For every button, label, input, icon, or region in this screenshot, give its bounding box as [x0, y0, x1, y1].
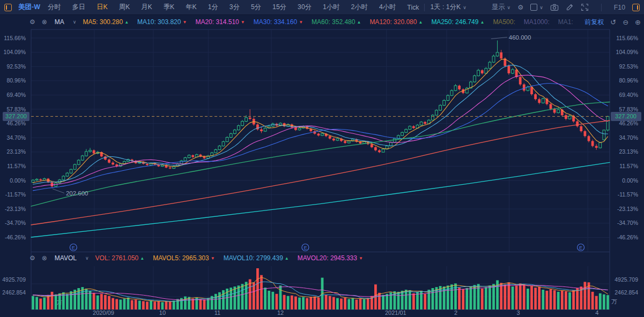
tab-1小时[interactable]: 1小时	[323, 3, 339, 12]
fullscreen-icon[interactable]	[581, 3, 589, 11]
svg-text:115.66%: 115.66%	[4, 35, 26, 41]
indicator-MA1[interactable]: MA1:	[558, 18, 573, 26]
svg-text:23.13%: 23.13%	[6, 148, 26, 155]
tab-分时[interactable]: 分时	[48, 3, 61, 12]
zoom-in-icon[interactable]: ⊕	[635, 18, 641, 26]
indicator-settings-icon[interactable]: ⚙	[29, 254, 35, 262]
panel-toggle-right-icon[interactable]	[632, 4, 640, 11]
gear-icon[interactable]: ⚙	[517, 4, 523, 11]
kline-chart: 115.66%115.66%104.09%104.09%92.53%92.53%…	[0, 0, 644, 317]
indicator-VOL[interactable]: VOL: 2761.050▲	[95, 254, 145, 262]
arrow-up-icon: ▲	[285, 256, 289, 261]
tab-5分[interactable]: 5分	[251, 3, 261, 12]
svg-text:80.96%: 80.96%	[619, 77, 638, 84]
panel-toggle-left-icon[interactable]	[4, 4, 12, 11]
indicator-MA20[interactable]: MA20: 314.510▼	[195, 18, 245, 26]
zoom-out-icon[interactable]: ⊖	[623, 18, 628, 26]
svg-text:0.00%: 0.00%	[10, 177, 26, 184]
indicator-close-icon[interactable]: ⊗	[42, 18, 47, 26]
indicator-name[interactable]: MA	[55, 18, 64, 26]
indicator-MA5[interactable]: MA5: 300.280▲	[83, 18, 129, 26]
tab-3分[interactable]: 3分	[230, 3, 240, 12]
indicator-MA120[interactable]: MA120: 320.080▲	[369, 18, 423, 26]
tab-月K[interactable]: 月K	[141, 3, 152, 12]
svg-text:115.66%: 115.66%	[616, 35, 638, 41]
chart-style-menu[interactable]: ∨	[530, 4, 543, 11]
indicator-MA1000[interactable]: MA1000:	[524, 18, 550, 26]
svg-text:2020/09: 2020/09	[93, 310, 114, 316]
adjust-mode-button[interactable]: 前复权	[584, 18, 604, 27]
indicator-value: MA10: 303.820	[137, 18, 181, 26]
svg-text:104.09%: 104.09%	[4, 49, 26, 55]
stock-symbol[interactable]: 美团-W	[18, 3, 40, 12]
chevron-down-icon: ∨	[463, 5, 467, 10]
indicator-MA500[interactable]: MA500:	[493, 18, 515, 26]
svg-text:-23.13%: -23.13%	[617, 206, 638, 212]
svg-text:-46.26%: -46.26%	[617, 234, 638, 240]
tab-1分[interactable]: 1分	[208, 3, 218, 12]
volume-indicator-row: ⚙ ⊗ MAVOL ∨ VOL: 2761.050▲MAVOL5: 2965.3…	[29, 252, 641, 264]
svg-text:0.00%: 0.00%	[622, 177, 638, 184]
indicator-value: MA250: 246.749	[431, 18, 478, 26]
indicator-MA30[interactable]: MA30: 334.160▼	[254, 18, 303, 26]
svg-text:2462.854: 2462.854	[615, 289, 638, 296]
arrow-up-icon: ▲	[124, 20, 129, 25]
chevron-down-icon: ∨	[507, 5, 511, 10]
toolbar-right-group: 显示∨ ⚙ ∨ F10	[492, 3, 640, 12]
svg-text:4925.709: 4925.709	[615, 276, 638, 283]
svg-text:23.13%: 23.13%	[619, 148, 638, 155]
svg-text:10: 10	[159, 310, 166, 316]
period-tab-list: 分时多日日K周K月K季K年K1分3分5分15分30分1小时2小时4小时Tick	[48, 3, 419, 12]
svg-text:4: 4	[595, 310, 598, 316]
indicator-value: MAVOL5: 2965.303	[153, 254, 209, 262]
chevron-down-icon[interactable]: ∨	[73, 19, 77, 25]
indicator-MAVOL20[interactable]: MAVOL20: 2945.333▼	[298, 254, 363, 262]
camera-icon[interactable]	[550, 3, 559, 12]
indicator-close-icon[interactable]: ⊗	[42, 254, 47, 262]
indicator-value: MA1000:	[524, 18, 550, 26]
multi-period-combo[interactable]: 1天 : 1分K∨	[430, 3, 466, 12]
stock-chart-window: 115.66%115.66%104.09%104.09%92.53%92.53%…	[0, 0, 644, 317]
tab-4小时[interactable]: 4小时	[379, 3, 396, 12]
tab-年K[interactable]: 年K	[186, 3, 197, 12]
tab-日K[interactable]: 日K	[97, 3, 108, 12]
arrow-down-icon: ▼	[359, 256, 363, 261]
indicator-MA250[interactable]: MA250: 246.749▲	[431, 18, 484, 26]
arrow-down-icon: ▼	[299, 20, 303, 25]
indicator-name[interactable]: MAVOL	[55, 254, 77, 262]
toolbar-separator	[601, 4, 602, 11]
undo-icon[interactable]: ↺	[610, 18, 616, 26]
chevron-down-icon[interactable]: ∨	[85, 255, 89, 261]
indicator-MAVOL10[interactable]: MAVOL10: 2799.439▲	[224, 254, 289, 262]
indicator-MA10[interactable]: MA10: 303.820▼	[137, 18, 187, 26]
svg-text:-11.57%: -11.57%	[618, 191, 638, 198]
tab-2小时[interactable]: 2小时	[351, 3, 367, 12]
display-menu[interactable]: 显示∨	[492, 3, 510, 12]
f10-button[interactable]: F10	[614, 4, 625, 11]
arrow-down-icon: ▼	[182, 20, 187, 25]
toolbar-separator	[424, 4, 425, 11]
svg-text:12: 12	[277, 310, 284, 316]
tab-15分[interactable]: 15分	[272, 3, 286, 12]
ma-indicator-row: ⚙ ⊗ MA ∨ MA5: 300.280▲MA10: 303.820▼MA20…	[29, 16, 641, 28]
indicator-value: MAVOL10: 2799.439	[224, 254, 283, 262]
tab-Tick[interactable]: Tick	[407, 4, 419, 11]
volume-values: VOL: 2761.050▲MAVOL5: 2965.303▼MAVOL10: …	[95, 254, 363, 262]
svg-text:57.83%: 57.83%	[619, 106, 638, 112]
indicator-settings-icon[interactable]: ⚙	[29, 18, 35, 26]
tab-多日[interactable]: 多日	[72, 3, 86, 12]
tab-季K[interactable]: 季K	[164, 3, 175, 12]
indicator-MA60[interactable]: MA60: 352.480▲	[312, 18, 361, 26]
pencil-icon[interactable]	[566, 3, 574, 11]
tab-周K[interactable]: 周K	[119, 3, 130, 12]
svg-text:-11.57%: -11.57%	[5, 191, 26, 198]
chart-surface[interactable]	[31, 29, 610, 310]
indicator-MAVOL5[interactable]: MAVOL5: 2965.303▼	[153, 254, 214, 262]
svg-text:327.200: 327.200	[615, 113, 636, 119]
tab-30分[interactable]: 30分	[298, 3, 312, 12]
svg-text:34.70%: 34.70%	[619, 134, 638, 141]
svg-text:2021/01: 2021/01	[385, 310, 406, 316]
svg-text:92.53%: 92.53%	[6, 63, 26, 70]
svg-text:2462.854: 2462.854	[2, 289, 26, 296]
indicator-value: MA1:	[558, 18, 573, 26]
